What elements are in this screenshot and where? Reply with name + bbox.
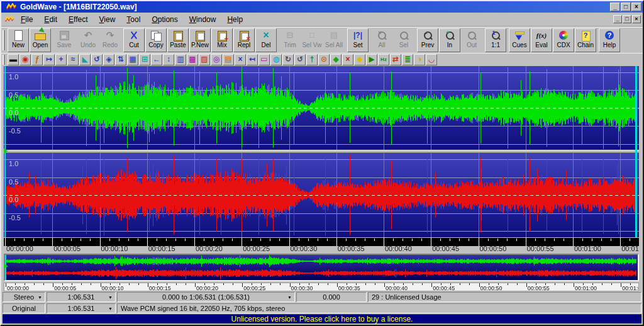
overview-time-label: 00:00:05 [54,285,76,291]
effect-invert[interactable]: ↺ [91,54,103,65]
menu-view[interactable]: View [94,14,121,25]
effect-demix[interactable]: ▨ [199,54,210,65]
effect-lips[interactable]: ◡ [426,54,437,65]
effect-maximize-volume[interactable]: + [55,54,67,65]
toolbar-button-1-1[interactable]: 11:1 [485,28,506,52]
minimize-button[interactable]: _ [610,3,620,11]
effect-pitch-slider[interactable]: † [306,54,318,65]
channel-mode-select[interactable]: Stereo ▼ [3,292,45,302]
toolbar-button-chain[interactable]: ?Chain [575,28,596,52]
toolbar-grip[interactable] [3,30,5,50]
effect-resample[interactable]: ⇄ [390,54,401,65]
waveform-right-channel[interactable]: 1.00.50.0-0.5 [4,153,639,237]
toolbar-button-redo: ↷Redo [99,28,121,52]
effect-snip[interactable]: ↤ [247,54,258,65]
effect-fade[interactable]: ◣ [79,54,91,65]
toolbar-button-open[interactable]: Open [30,28,51,52]
icon-overlay: + [225,33,228,43]
toolbar-button-in[interactable]: +In [439,28,460,52]
effect-filter-knob[interactable]: ◍ [270,54,282,65]
mdi-minimize-button[interactable]: _ [613,15,622,23]
effect-hz-dots[interactable]: Hz [378,54,389,65]
effect-flange[interactable]: ◈ [103,54,114,65]
mdi-close-button[interactable]: × [632,15,641,23]
effects-toolbar: ▬◉ƒ↦+≈◣↺◈⇅▦⊞←↕▥▩▨◎▤×↤▭◍↻↺†⊙◆×◆▶Hz⇄≣◑◡ [1,53,643,66]
time-axis[interactable] [4,237,639,245]
selection-end-marker[interactable] [635,66,637,237]
toolbar-button-new[interactable]: New [8,28,29,52]
effect-knob-loop[interactable]: ↺ [294,54,306,65]
original-length-value: 1:06.531 [68,305,95,312]
effect-expression[interactable]: ƒ [31,54,43,65]
menu-tool[interactable]: Tool [121,14,146,25]
effect-shift-left[interactable]: ← [151,54,162,65]
time-axis-labels: 00:00:0000:00:0500:00:1000:00:1500:00:20… [4,245,639,253]
mag-icon: + [443,30,457,42]
filter-knob-icon: ◍ [271,55,281,64]
mdi-restore-button[interactable]: □ [623,15,631,23]
toolbar-button-paste[interactable]: Paste [167,28,189,52]
toolbar-button-eval[interactable]: f(x)Eval [531,28,552,52]
toolbar-button-set[interactable]: |?|Set [347,28,369,52]
waveform-left-channel[interactable]: 1.00.50.0-0.5 [4,66,639,150]
menu-file[interactable]: File [15,14,38,25]
effect-noise-cut[interactable]: × [235,54,246,65]
selection-range-select[interactable]: 0.000 to 1:06.531 (1:06.531) ▼ [117,292,295,302]
icon-overlay: ↶ [81,30,95,40]
icon-overlay: f(x) [535,30,548,41]
toolbar-grip[interactable] [3,55,5,65]
effect-stereo-diamond[interactable]: ◆ [330,54,341,65]
status-message-text: 29 : Unlicensed Usage [372,293,441,301]
effect-smoother[interactable]: ▤ [223,54,234,65]
effect-clock[interactable]: ◑ [414,54,425,65]
icon-overlay: ↷ [103,30,117,40]
effect-spectrum-eye[interactable]: ◎ [211,54,222,65]
effect-mechanize[interactable]: ⇅ [115,54,126,65]
toolbar-button-del[interactable]: ×Del [255,28,277,52]
toolbar-button-cut[interactable]: Cut [123,28,145,52]
undo-icon: ↶ [81,30,95,42]
toolbar-button-cues[interactable]: Cues [509,28,530,52]
effect-expand[interactable]: ↕ [163,54,174,65]
menu-window[interactable]: Window [184,14,222,25]
toolbar-button-help[interactable]: ?Help [599,28,620,52]
effect-spectrum-band[interactable]: ▭ [258,54,270,65]
effect-shape-volume[interactable]: ▬ [8,54,19,65]
effect-level-alert[interactable]: ≣ [402,54,413,65]
toolbar-button-mix[interactable]: +Mix [211,28,233,52]
menu-edit[interactable]: Edit [38,14,63,25]
clipboard-icon [171,30,185,42]
menu-options[interactable]: Options [146,14,183,25]
maximize-button[interactable]: □ [621,3,631,11]
license-banner[interactable]: Unlicensed version. Please click here to… [3,314,641,323]
toolbar-button-prev[interactable]: ←Prev [417,28,438,52]
effect-reverb[interactable]: ⊞ [139,54,150,65]
original-label: Original [3,303,45,313]
effect-pan-diamond[interactable]: ◆ [354,54,365,65]
effect-equalizer[interactable]: ▦ [127,54,138,65]
effect-mix-matrix[interactable]: ▩ [187,54,198,65]
effect-knob-alert[interactable]: ⊙ [318,54,330,65]
original-length-select[interactable]: 1:06.531 ▼ [47,303,116,313]
toolbar-button-copy[interactable]: Copy [145,28,167,52]
toolbar-button-cdx[interactable]: CDX [553,28,574,52]
menu-effect[interactable]: Effect [63,14,93,25]
overview-waveform[interactable] [4,254,639,281]
expression-icon: ƒ [32,55,42,64]
toolbar-button-label: Mix [212,42,232,49]
knob-time-icon: ↻ [283,55,293,64]
length-select[interactable]: 1:06.531 ▼ [47,292,116,302]
toolbar-button-repl[interactable]: ×Repl [233,28,255,52]
effect-offset[interactable]: ↦ [43,54,55,65]
menu-help[interactable]: Help [221,14,248,25]
effect-eq-bars[interactable]: ▥ [175,54,186,65]
close-button[interactable]: × [631,3,641,11]
effect-knob-time[interactable]: ↻ [282,54,294,65]
amplitude-label: 0.5 [9,178,18,186]
effect-mute-mask[interactable]: × [342,54,353,65]
toolbar-button-label: In [440,42,460,49]
effect-doppler[interactable]: ≈ [67,54,79,65]
effect-hz-play[interactable]: ▶ [366,54,377,65]
effect-loudness-gauge[interactable]: ◉ [19,54,31,65]
toolbar-button-p-new[interactable]: P.New [189,28,211,52]
